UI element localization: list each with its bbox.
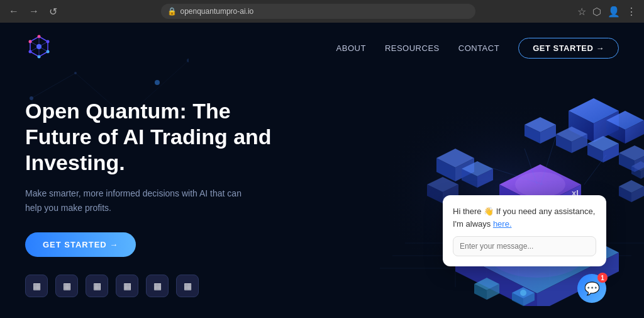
svg-point-75 (515, 172, 565, 197)
chat-notification-badge: 1 (597, 273, 608, 283)
bookmark-button[interactable]: ☆ (576, 4, 587, 19)
logo[interactable] (25, 34, 53, 62)
chat-message: Hi there 👋 If you need any assistance, I… (453, 205, 596, 230)
svg-line-27 (39, 42, 48, 47)
partner-logo-3: ▦ (86, 275, 108, 297)
partner-icon-2: ▦ (63, 281, 71, 291)
menu-button[interactable]: ⋮ (625, 4, 638, 19)
refresh-button[interactable]: ↺ (47, 4, 60, 19)
partner-logo-6: ▦ (176, 275, 199, 297)
partner-icon-4: ▦ (123, 281, 131, 291)
partner-logo-5: ▦ (146, 275, 169, 297)
chat-icon: 💬 (584, 281, 600, 296)
hero-subtitle: Make smarter, more informed decisions wi… (25, 186, 252, 215)
nav-about[interactable]: ABOUT (336, 43, 366, 53)
chat-widget: Hi there 👋 If you need any assistance, I… (443, 195, 606, 303)
partner-icon-5: ▦ (153, 281, 162, 291)
chat-open-button[interactable]: 💬 1 (577, 274, 606, 303)
hero-get-started-button[interactable]: GET STARTED → (25, 232, 136, 257)
nav-resources[interactable]: RESOURCES (385, 43, 440, 53)
partner-icon-1: ▦ (33, 281, 41, 291)
chat-input[interactable] (453, 236, 596, 256)
navigation: ABOUT RESOURCES CONTACT GET STARTED → (0, 23, 644, 73)
hero-section: Open Quantum: The Future of AI Trading a… (0, 73, 302, 257)
extensions-button[interactable]: ⬡ (591, 4, 602, 19)
url-text: openquantumpro-ai.io (180, 7, 254, 16)
chat-link[interactable]: here. (493, 219, 512, 229)
website-content: ABOUT RESOURCES CONTACT GET STARTED → Op… (0, 23, 644, 318)
address-bar[interactable]: 🔒 openquantumpro-ai.io (161, 4, 475, 19)
hero-title: Open Quantum: The Future of AI Trading a… (25, 98, 277, 175)
svg-line-28 (39, 47, 48, 52)
browser-chrome: ← → ↺ 🔒 openquantumpro-ai.io ☆ ⬡ 👤 ⋮ (0, 0, 644, 23)
chat-popup: Hi there 👋 If you need any assistance, I… (443, 195, 606, 266)
nav-get-started-button[interactable]: GET STARTED → (518, 38, 619, 59)
forward-button[interactable]: → (26, 4, 42, 18)
svg-line-31 (30, 42, 39, 47)
partner-logo-4: ▦ (116, 275, 138, 297)
lock-icon: 🔒 (167, 7, 177, 16)
partner-icon-6: ▦ (184, 281, 192, 291)
nav-contact[interactable]: CONTACT (458, 43, 499, 53)
browser-actions: ☆ ⬡ 👤 ⋮ (576, 4, 638, 19)
back-button[interactable]: ← (6, 4, 21, 18)
partner-logo-2: ▦ (55, 275, 78, 297)
nav-links: ABOUT RESOURCES CONTACT GET STARTED → (336, 38, 619, 59)
partner-logo-1: ▦ (25, 275, 48, 297)
svg-line-30 (30, 47, 39, 52)
partner-icon-3: ▦ (93, 281, 101, 291)
logo-icon (25, 34, 53, 62)
profile-button[interactable]: 👤 (606, 4, 621, 19)
